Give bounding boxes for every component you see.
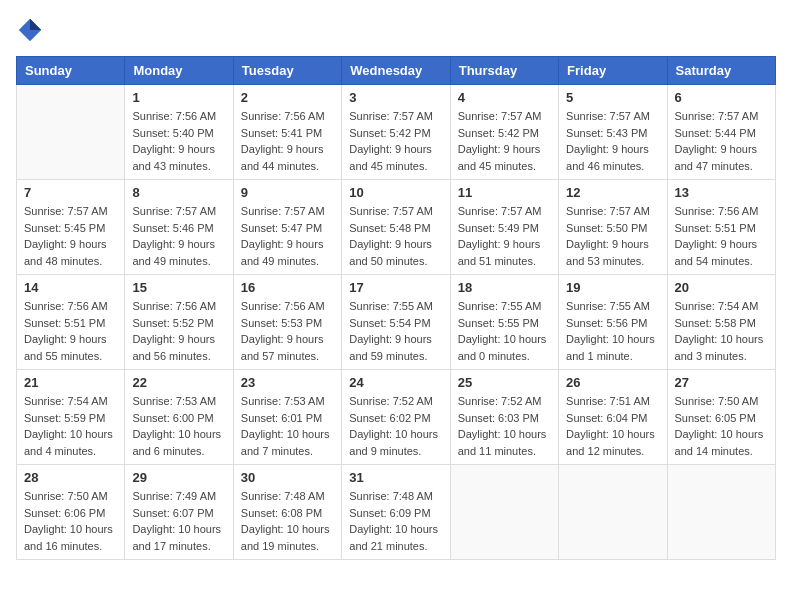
sunrise-text: Sunrise: 7:57 AM	[349, 203, 442, 220]
sunrise-text: Sunrise: 7:57 AM	[566, 203, 659, 220]
daylight-text: Daylight: 10 hours and 17 minutes.	[132, 521, 225, 554]
calendar-cell: 14Sunrise: 7:56 AMSunset: 5:51 PMDayligh…	[17, 275, 125, 370]
sunrise-text: Sunrise: 7:56 AM	[132, 298, 225, 315]
day-number: 20	[675, 280, 768, 295]
daylight-text: Daylight: 9 hours and 59 minutes.	[349, 331, 442, 364]
daylight-text: Daylight: 10 hours and 0 minutes.	[458, 331, 551, 364]
logo-icon	[16, 16, 44, 44]
calendar-cell: 15Sunrise: 7:56 AMSunset: 5:52 PMDayligh…	[125, 275, 233, 370]
sunrise-text: Sunrise: 7:57 AM	[132, 203, 225, 220]
daylight-text: Daylight: 10 hours and 21 minutes.	[349, 521, 442, 554]
page-header	[16, 16, 776, 44]
day-number: 13	[675, 185, 768, 200]
sunrise-text: Sunrise: 7:57 AM	[675, 108, 768, 125]
sunset-text: Sunset: 5:53 PM	[241, 315, 334, 332]
daylight-text: Daylight: 10 hours and 16 minutes.	[24, 521, 117, 554]
day-info: Sunrise: 7:57 AMSunset: 5:47 PMDaylight:…	[241, 203, 334, 269]
sunset-text: Sunset: 6:06 PM	[24, 505, 117, 522]
daylight-text: Daylight: 10 hours and 12 minutes.	[566, 426, 659, 459]
daylight-text: Daylight: 9 hours and 50 minutes.	[349, 236, 442, 269]
calendar-cell: 10Sunrise: 7:57 AMSunset: 5:48 PMDayligh…	[342, 180, 450, 275]
daylight-text: Daylight: 9 hours and 44 minutes.	[241, 141, 334, 174]
day-info: Sunrise: 7:55 AMSunset: 5:54 PMDaylight:…	[349, 298, 442, 364]
calendar-cell: 13Sunrise: 7:56 AMSunset: 5:51 PMDayligh…	[667, 180, 775, 275]
day-number: 31	[349, 470, 442, 485]
sunset-text: Sunset: 5:40 PM	[132, 125, 225, 142]
day-number: 27	[675, 375, 768, 390]
calendar-cell	[559, 465, 667, 560]
calendar-cell: 11Sunrise: 7:57 AMSunset: 5:49 PMDayligh…	[450, 180, 558, 275]
daylight-text: Daylight: 9 hours and 49 minutes.	[241, 236, 334, 269]
sunset-text: Sunset: 5:46 PM	[132, 220, 225, 237]
day-number: 4	[458, 90, 551, 105]
daylight-text: Daylight: 10 hours and 14 minutes.	[675, 426, 768, 459]
day-number: 14	[24, 280, 117, 295]
daylight-text: Daylight: 10 hours and 19 minutes.	[241, 521, 334, 554]
calendar-cell: 9Sunrise: 7:57 AMSunset: 5:47 PMDaylight…	[233, 180, 341, 275]
sunrise-text: Sunrise: 7:55 AM	[458, 298, 551, 315]
day-number: 19	[566, 280, 659, 295]
daylight-text: Daylight: 9 hours and 46 minutes.	[566, 141, 659, 174]
sunset-text: Sunset: 6:09 PM	[349, 505, 442, 522]
day-number: 30	[241, 470, 334, 485]
day-info: Sunrise: 7:55 AMSunset: 5:55 PMDaylight:…	[458, 298, 551, 364]
sunset-text: Sunset: 5:54 PM	[349, 315, 442, 332]
calendar-cell: 26Sunrise: 7:51 AMSunset: 6:04 PMDayligh…	[559, 370, 667, 465]
day-info: Sunrise: 7:57 AMSunset: 5:48 PMDaylight:…	[349, 203, 442, 269]
sunrise-text: Sunrise: 7:50 AM	[24, 488, 117, 505]
calendar-cell: 3Sunrise: 7:57 AMSunset: 5:42 PMDaylight…	[342, 85, 450, 180]
sunset-text: Sunset: 5:58 PM	[675, 315, 768, 332]
day-number: 21	[24, 375, 117, 390]
calendar-week-2: 7Sunrise: 7:57 AMSunset: 5:45 PMDaylight…	[17, 180, 776, 275]
calendar-week-4: 21Sunrise: 7:54 AMSunset: 5:59 PMDayligh…	[17, 370, 776, 465]
day-number: 5	[566, 90, 659, 105]
day-number: 8	[132, 185, 225, 200]
day-info: Sunrise: 7:57 AMSunset: 5:50 PMDaylight:…	[566, 203, 659, 269]
daylight-text: Daylight: 9 hours and 45 minutes.	[458, 141, 551, 174]
sunrise-text: Sunrise: 7:55 AM	[349, 298, 442, 315]
day-number: 28	[24, 470, 117, 485]
calendar-cell: 21Sunrise: 7:54 AMSunset: 5:59 PMDayligh…	[17, 370, 125, 465]
sunrise-text: Sunrise: 7:56 AM	[241, 108, 334, 125]
sunset-text: Sunset: 5:51 PM	[24, 315, 117, 332]
day-info: Sunrise: 7:57 AMSunset: 5:46 PMDaylight:…	[132, 203, 225, 269]
calendar-week-1: 1Sunrise: 7:56 AMSunset: 5:40 PMDaylight…	[17, 85, 776, 180]
day-number: 6	[675, 90, 768, 105]
day-info: Sunrise: 7:49 AMSunset: 6:07 PMDaylight:…	[132, 488, 225, 554]
calendar-cell: 17Sunrise: 7:55 AMSunset: 5:54 PMDayligh…	[342, 275, 450, 370]
day-info: Sunrise: 7:55 AMSunset: 5:56 PMDaylight:…	[566, 298, 659, 364]
sunset-text: Sunset: 5:47 PM	[241, 220, 334, 237]
calendar-cell: 29Sunrise: 7:49 AMSunset: 6:07 PMDayligh…	[125, 465, 233, 560]
daylight-text: Daylight: 10 hours and 4 minutes.	[24, 426, 117, 459]
sunrise-text: Sunrise: 7:54 AM	[675, 298, 768, 315]
sunset-text: Sunset: 5:51 PM	[675, 220, 768, 237]
day-info: Sunrise: 7:57 AMSunset: 5:49 PMDaylight:…	[458, 203, 551, 269]
sunset-text: Sunset: 5:56 PM	[566, 315, 659, 332]
day-number: 9	[241, 185, 334, 200]
calendar-cell: 24Sunrise: 7:52 AMSunset: 6:02 PMDayligh…	[342, 370, 450, 465]
sunset-text: Sunset: 6:01 PM	[241, 410, 334, 427]
daylight-text: Daylight: 10 hours and 7 minutes.	[241, 426, 334, 459]
sunset-text: Sunset: 5:44 PM	[675, 125, 768, 142]
sunset-text: Sunset: 5:48 PM	[349, 220, 442, 237]
calendar-week-5: 28Sunrise: 7:50 AMSunset: 6:06 PMDayligh…	[17, 465, 776, 560]
sunset-text: Sunset: 6:04 PM	[566, 410, 659, 427]
sunrise-text: Sunrise: 7:57 AM	[349, 108, 442, 125]
day-number: 16	[241, 280, 334, 295]
sunrise-text: Sunrise: 7:52 AM	[458, 393, 551, 410]
calendar-cell: 22Sunrise: 7:53 AMSunset: 6:00 PMDayligh…	[125, 370, 233, 465]
sunrise-text: Sunrise: 7:57 AM	[241, 203, 334, 220]
sunset-text: Sunset: 6:02 PM	[349, 410, 442, 427]
daylight-text: Daylight: 10 hours and 6 minutes.	[132, 426, 225, 459]
day-info: Sunrise: 7:57 AMSunset: 5:43 PMDaylight:…	[566, 108, 659, 174]
day-number: 26	[566, 375, 659, 390]
day-number: 12	[566, 185, 659, 200]
calendar-cell	[17, 85, 125, 180]
calendar-cell: 20Sunrise: 7:54 AMSunset: 5:58 PMDayligh…	[667, 275, 775, 370]
daylight-text: Daylight: 9 hours and 45 minutes.	[349, 141, 442, 174]
calendar-cell: 4Sunrise: 7:57 AMSunset: 5:42 PMDaylight…	[450, 85, 558, 180]
sunrise-text: Sunrise: 7:56 AM	[241, 298, 334, 315]
sunrise-text: Sunrise: 7:53 AM	[132, 393, 225, 410]
calendar-table: SundayMondayTuesdayWednesdayThursdayFrid…	[16, 56, 776, 560]
column-header-thursday: Thursday	[450, 57, 558, 85]
